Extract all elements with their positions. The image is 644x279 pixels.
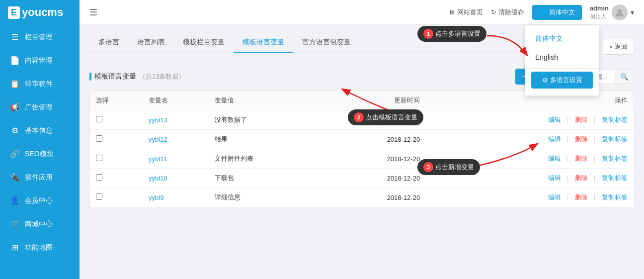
- admin-name: admin: [590, 4, 609, 13]
- var-name-link[interactable]: yybl12: [149, 136, 167, 143]
- tab-officialvar[interactable]: 官方语言包变量: [293, 33, 360, 53]
- cell-varname: yybl10: [143, 169, 209, 188]
- var-name-link[interactable]: yybl9: [149, 194, 163, 201]
- copy-link[interactable]: 复制标签: [602, 193, 628, 201]
- tab-langlist[interactable]: 语言列表: [128, 33, 174, 53]
- row-checkbox[interactable]: [96, 135, 102, 142]
- sidebar-item-plugin[interactable]: 🔌 插件应用: [0, 166, 80, 189]
- cell-actions: 编辑 ｜ 删除 ｜ 复制标签: [440, 188, 634, 207]
- section-count: （共13条数据）: [139, 72, 185, 81]
- main-area: ☰ 🖥 网站首页 ↻ 清除缓存 🌐 简体中文 admin 创始人: [80, 0, 644, 279]
- annotation-1: 1 点击多语言设置: [417, 26, 486, 42]
- separator: ｜: [564, 174, 571, 182]
- dropdown-item-zh[interactable]: 简体中文: [525, 29, 599, 48]
- tab-tpllangvar[interactable]: 模板语言变量: [234, 33, 293, 53]
- copy-link[interactable]: 复制标签: [602, 174, 628, 182]
- multilang-settings-label: 多语言设置: [550, 76, 582, 85]
- sidebar-item-label: 基本信息: [25, 126, 53, 135]
- multilang-settings-button[interactable]: ⚙ 多语言设置: [531, 72, 593, 89]
- return-button[interactable]: « 返回: [603, 39, 634, 55]
- separator: ｜: [564, 116, 571, 123]
- sidebar-item-pending[interactable]: 📋 待审稿件: [0, 72, 80, 95]
- cell-varvalue: 结果: [209, 130, 316, 149]
- tab-multilang[interactable]: 多语言: [89, 33, 128, 53]
- dropdown-item-en[interactable]: English: [525, 48, 599, 66]
- edit-link[interactable]: 编辑: [548, 155, 561, 162]
- sidebar-item-sitemap[interactable]: ⊞ 功能地图: [0, 236, 80, 259]
- table-row: yybl12 结果 2018-12-20 编辑 ｜ 删除 ｜ 复制标签: [90, 130, 634, 149]
- annotation-text-3: 点击新增变量: [435, 163, 474, 172]
- separator: ｜: [564, 193, 571, 201]
- sitemap-icon: ⊞: [10, 243, 20, 252]
- avatar: [612, 4, 628, 20]
- cell-select: [90, 130, 143, 149]
- copy-link[interactable]: 复制标签: [602, 135, 628, 143]
- admin-role: 创始人: [590, 13, 609, 20]
- sidebar-item-basic[interactable]: ⚙ 基本信息: [0, 119, 80, 142]
- delete-link[interactable]: 删除: [575, 116, 588, 123]
- monitor-icon: 🖥: [449, 8, 455, 16]
- clear-cache-label: 清除缓存: [498, 8, 524, 17]
- sidebar-item-label: 商城中心: [25, 220, 53, 229]
- seo-icon: 🔗: [10, 149, 20, 159]
- edit-link[interactable]: 编辑: [548, 135, 561, 143]
- table-row: yybl10 下载包 2018-12-20 编辑 ｜ 删除 ｜ 复制标签: [90, 169, 634, 188]
- copy-link[interactable]: 复制标签: [602, 116, 628, 123]
- separator: ｜: [591, 174, 598, 182]
- globe-icon: 🌐: [539, 8, 547, 16]
- search-button[interactable]: 🔍: [615, 70, 634, 84]
- lang-button[interactable]: 🌐 简体中文: [532, 5, 582, 20]
- sidebar-item-label: 栏目管理: [25, 33, 53, 42]
- var-name-link[interactable]: yybl11: [149, 155, 167, 163]
- edit-link[interactable]: 编辑: [548, 193, 561, 201]
- var-name-link[interactable]: yybl13: [149, 116, 167, 124]
- delete-link[interactable]: 删除: [575, 174, 588, 182]
- sidebar-item-column[interactable]: ☰ 栏目管理: [0, 25, 80, 49]
- annotation-circle-1: 1: [423, 29, 433, 39]
- cell-varname: yybl11: [143, 149, 209, 169]
- lang-dropdown: 简体中文 English ⚙ 多语言设置: [525, 25, 599, 96]
- sidebar-item-ad[interactable]: 📢 广告管理: [0, 95, 80, 119]
- separator: ｜: [564, 135, 571, 143]
- row-checkbox[interactable]: [96, 116, 102, 122]
- delete-link[interactable]: 删除: [575, 155, 588, 162]
- edit-link[interactable]: 编辑: [548, 174, 561, 182]
- annotation-circle-2: 2: [354, 112, 364, 122]
- row-checkbox[interactable]: [96, 193, 102, 200]
- gear-icon: ⚙: [542, 77, 548, 84]
- menu-toggle-button[interactable]: ☰: [89, 7, 97, 18]
- lang-label: 简体中文: [549, 8, 575, 17]
- admin-area[interactable]: admin 创始人 ▾: [590, 4, 634, 20]
- variables-table: 选择 变量名 变量值 更新时间 操作 yybl13 没有数据了 2019-01-…: [89, 91, 634, 207]
- var-name-link[interactable]: yybl10: [149, 175, 167, 182]
- pending-icon: 📋: [10, 79, 20, 89]
- sidebar-item-seo[interactable]: 🔗 SEO模块: [0, 142, 80, 166]
- delete-link[interactable]: 删除: [575, 135, 588, 143]
- cell-actions: 编辑 ｜ 删除 ｜ 复制标签: [440, 110, 634, 130]
- tab-tplvar[interactable]: 模板栏目变量: [174, 33, 234, 53]
- home-link[interactable]: 🖥 网站首页: [449, 8, 483, 17]
- cell-updated: 2018-12-20: [316, 130, 440, 149]
- col-varvalue: 变量值: [209, 91, 316, 110]
- home-label: 网站首页: [457, 8, 483, 17]
- column-icon: ☰: [10, 32, 20, 42]
- row-checkbox[interactable]: [96, 155, 102, 161]
- refresh-icon: ↻: [491, 8, 496, 16]
- cell-varvalue: 没有数据了: [209, 110, 316, 130]
- edit-link[interactable]: 编辑: [548, 116, 561, 123]
- col-select: 选择: [90, 91, 143, 110]
- delete-link[interactable]: 删除: [575, 193, 588, 201]
- sidebar-item-member[interactable]: 👤 会员中心: [0, 189, 80, 212]
- cell-select: [90, 188, 143, 207]
- annotation-3: 3 点击新增变量: [417, 159, 480, 175]
- col-updated: 更新时间: [316, 91, 440, 110]
- header-left: ☰: [89, 7, 97, 18]
- sidebar-item-content[interactable]: 📄 内容管理: [0, 49, 80, 72]
- clear-cache-link[interactable]: ↻ 清除缓存: [491, 8, 524, 17]
- sidebar-item-shop[interactable]: 🛒 商城中心: [0, 212, 80, 236]
- basic-icon: ⚙: [10, 126, 20, 135]
- cell-varvalue: 下载包: [209, 169, 316, 188]
- chevron-down-icon: ▾: [631, 8, 634, 16]
- row-checkbox[interactable]: [96, 174, 102, 181]
- copy-link[interactable]: 复制标签: [602, 155, 628, 162]
